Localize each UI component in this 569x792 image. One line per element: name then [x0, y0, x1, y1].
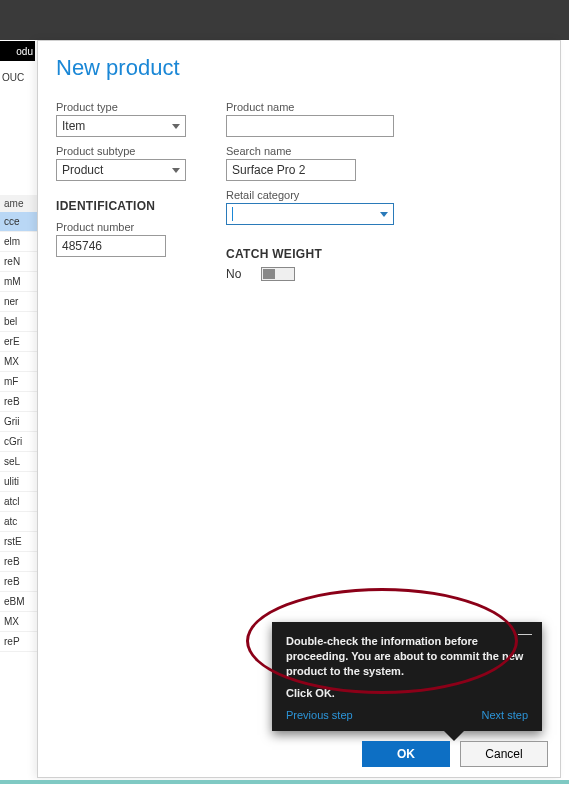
dialog-footer: OK Cancel — [38, 733, 560, 777]
sidebar-item[interactable]: reB — [0, 572, 37, 592]
sidebar-item[interactable]: eBM — [0, 592, 37, 612]
product-type-select[interactable]: Item — [56, 115, 186, 137]
sidebar-item[interactable]: erE — [0, 332, 37, 352]
product-type-value: Item — [62, 119, 85, 133]
form: Product type Item Product subtype Produc… — [38, 93, 560, 281]
search-name-label: Search name — [226, 145, 406, 157]
title-bar — [0, 0, 569, 40]
chevron-down-icon — [380, 212, 388, 217]
minimize-icon[interactable]: — — [518, 628, 532, 638]
product-name-label: Product name — [226, 101, 406, 113]
sidebar-item[interactable]: Grii — [0, 412, 37, 432]
catch-weight-toggle[interactable] — [261, 267, 295, 281]
text-cursor-icon — [232, 207, 233, 221]
sidebar-item[interactable]: mF — [0, 372, 37, 392]
sidebar-item[interactable]: reB — [0, 392, 37, 412]
product-type-label: Product type — [56, 101, 206, 113]
sidebar-item[interactable]: atcl — [0, 492, 37, 512]
previous-step-link[interactable]: Previous step — [286, 709, 353, 721]
sidebar-item[interactable]: atc — [0, 512, 37, 532]
sidebar-item[interactable]: reN — [0, 252, 37, 272]
sidebar-item[interactable]: ner — [0, 292, 37, 312]
product-subtype-value: Product — [62, 163, 103, 177]
chevron-down-icon — [172, 124, 180, 129]
chevron-down-icon — [172, 168, 180, 173]
sidebar-item[interactable]: elm — [0, 232, 37, 252]
ok-button[interactable]: OK — [362, 741, 450, 767]
new-product-dialog: New product Product type Item Product su… — [37, 40, 561, 778]
sidebar-item[interactable]: MX — [0, 612, 37, 632]
catch-weight-value: No — [226, 267, 241, 281]
sidebar: ame cceelmreNmMnerbelerEMXmFreBGriicGris… — [0, 195, 37, 652]
product-subtype-select[interactable]: Product — [56, 159, 186, 181]
sidebar-item[interactable]: reB — [0, 552, 37, 572]
retail-category-select[interactable] — [226, 203, 394, 225]
retail-category-label: Retail category — [226, 189, 406, 201]
bottom-accent-bar — [0, 780, 569, 784]
sidebar-item[interactable]: bel — [0, 312, 37, 332]
dialog-title: New product — [38, 41, 560, 93]
sidebar-item[interactable]: uliti — [0, 472, 37, 492]
next-step-link[interactable]: Next step — [482, 709, 528, 721]
product-subtype-label: Product subtype — [56, 145, 206, 157]
module-chip: odu — [0, 41, 35, 61]
search-name-input[interactable] — [226, 159, 356, 181]
ouc-label: OUC — [2, 72, 24, 83]
sidebar-item[interactable]: cce — [0, 212, 37, 232]
cancel-button[interactable]: Cancel — [460, 741, 548, 767]
tooltip-instruction: Click OK. — [286, 687, 528, 699]
sidebar-item[interactable]: mM — [0, 272, 37, 292]
sidebar-item[interactable]: seL — [0, 452, 37, 472]
product-number-label: Product number — [56, 221, 206, 233]
identification-section: IDENTIFICATION — [56, 199, 206, 213]
catch-weight-section: CATCH WEIGHT — [226, 247, 406, 261]
product-name-input[interactable] — [226, 115, 394, 137]
sidebar-item[interactable]: rstE — [0, 532, 37, 552]
guidance-tooltip: — Double-check the information before pr… — [272, 622, 542, 731]
tooltip-body: Double-check the information before proc… — [286, 634, 528, 679]
sidebar-item[interactable]: reP — [0, 632, 37, 652]
product-number-input[interactable] — [56, 235, 166, 257]
sidebar-item[interactable]: MX — [0, 352, 37, 372]
sidebar-item[interactable]: cGri — [0, 432, 37, 452]
sidebar-header: ame — [0, 195, 37, 212]
